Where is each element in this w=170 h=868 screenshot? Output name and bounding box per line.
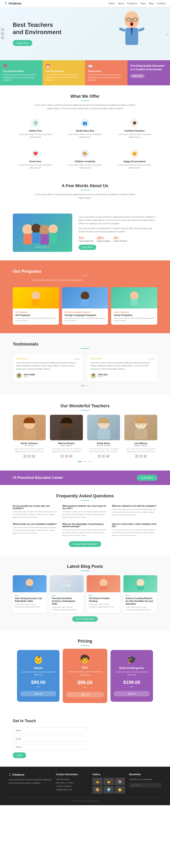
svg-rect-26	[23, 429, 36, 439]
teacher-social-marcus: f t in	[50, 455, 83, 458]
stars-1: ★★★★★	[16, 357, 28, 360]
teacher-fb-icon-4[interactable]: f	[135, 455, 138, 458]
hero-cta-button[interactable]: Learn More	[13, 40, 32, 46]
smile-icon: 😊	[130, 150, 139, 158]
teacher-in-icon[interactable]: in	[32, 455, 35, 458]
faq-item-2: What payment methods can I use to pay fo…	[62, 505, 107, 519]
nav-logo[interactable]: Kinderex	[4, 2, 22, 5]
testimonials-section: Testimonials ★★★★★ 15 Feb Lorem ipsum do…	[0, 333, 170, 395]
teacher-dot-1[interactable]	[83, 461, 87, 462]
about-divider	[81, 190, 89, 190]
teacher-fb-icon[interactable]: f	[23, 455, 27, 458]
gallery-item-5[interactable]: 🌍	[103, 786, 114, 794]
stat-teachers: 30+ Expert Teachers	[113, 236, 127, 242]
dot-2[interactable]	[84, 385, 86, 386]
teacher-dot-2[interactable]	[88, 461, 93, 462]
contact-email-input[interactable]	[13, 736, 87, 742]
gallery-item-3[interactable]: 📚	[115, 778, 125, 785]
blog-grid: Blog How Testing Accuracy Can Build Bett…	[13, 575, 157, 613]
svg-point-19	[31, 291, 40, 300]
programs-subtitle: Lorem ipsum dolor sit amet consectetur a…	[32, 278, 138, 282]
footer-phone[interactable]: +1 (555) 123-4567	[56, 784, 88, 788]
teacher-sarah: Sarah Johnson Art Teacher Lorem ipsum do…	[13, 415, 46, 458]
contact-phone-input[interactable]	[13, 744, 87, 750]
social-fb[interactable]	[1, 28, 4, 31]
pricing-signup-kindergarten[interactable]: Sign Up	[114, 691, 150, 696]
gallery-item-2[interactable]: 👦	[103, 778, 114, 785]
blog-section: Latest Blog Posts Blog How Testing Accur…	[0, 555, 170, 630]
teacher-tw-icon-3[interactable]: t	[102, 455, 105, 458]
teacher-fb-icon-2[interactable]: f	[61, 455, 64, 458]
feature-box-education: 📚 General Education Lorem ipsum dolor si…	[0, 60, 42, 85]
social-in[interactable]	[1, 36, 4, 39]
teachers-section: Our Wonderful Teachers Sarah Johnson Art…	[0, 395, 170, 470]
testimonial-2: ★★★★★ 12 Feb Lorem ipsum dolor sit amet …	[87, 354, 157, 382]
stars-2: ★★★★★	[90, 357, 102, 360]
pricing-signup-infants[interactable]: Sign Up	[20, 691, 56, 696]
promo-text: #1 Preschool Education Center	[13, 476, 63, 480]
footer-logo-icon	[8, 773, 11, 776]
teacher-fb-icon-3[interactable]: f	[98, 455, 101, 458]
svg-rect-13	[32, 232, 40, 243]
gallery-item-1[interactable]: 👧	[93, 778, 103, 785]
dot-3[interactable]	[87, 385, 89, 386]
footer-city[interactable]: New York, NY 10001	[56, 781, 88, 784]
gallery-item-4[interactable]: 🎨	[93, 786, 103, 794]
shield-icon: 🛡️	[31, 119, 40, 127]
contact-send-button[interactable]: Send	[13, 752, 26, 758]
dot-1[interactable]	[82, 385, 83, 386]
teacher-tw-icon-2[interactable]: t	[65, 455, 68, 458]
teacher-tw-icon[interactable]: t	[28, 455, 31, 458]
program-img-junior	[111, 287, 157, 309]
pricing-icon-kindergarten: 🎓	[114, 655, 150, 664]
footer-address[interactable]: 123 Main Street	[56, 778, 88, 781]
main-nav: Kinderex Home About Programs Team Blog C…	[0, 0, 170, 7]
pricing-section: Pricing 👶 Infants Lorem ipsum dolor sit …	[0, 630, 170, 710]
teacher-dot-active[interactable]	[77, 461, 82, 462]
about-para-1: Lorem ipsum dolor sit amet consectetur a…	[79, 215, 157, 225]
pricing-signup-kids[interactable]: Sign Up	[66, 692, 104, 697]
footer: Kinderex Lorem ipsum dolor sit amet cons…	[0, 767, 170, 805]
svg-rect-32	[135, 429, 147, 439]
feature-box-quality: Providing Quality Education in a Creativ…	[128, 60, 170, 85]
svg-rect-20	[32, 299, 39, 306]
art-icon: 🎨	[81, 150, 89, 158]
offer-item-safety: 🛡️ Safety First Lorem ipsum dolor sit am…	[13, 116, 58, 142]
blog-body-3: Blog The Road to Positive Thinking Lorem…	[87, 592, 121, 610]
hero-dot	[166, 34, 168, 35]
about-image: Happy Kids 😊	[13, 214, 72, 252]
feature-box-classrooms: 📖 Classrooms Lorem ipsum dolor sit amet …	[85, 60, 128, 85]
blog-card-4: Blog Science Counting Rhymes for Kids th…	[124, 575, 157, 613]
teacher-in-icon-3[interactable]: in	[106, 455, 110, 458]
nav-programs[interactable]: Programs	[127, 2, 137, 5]
testimonials-grid: ★★★★★ 15 Feb Lorem ipsum dolor sit amet …	[13, 354, 157, 382]
nav-about[interactable]: About	[118, 2, 124, 5]
newsletter-email-input[interactable]	[129, 783, 162, 787]
social-tw[interactable]	[1, 32, 4, 35]
svg-point-10	[22, 224, 33, 235]
svg-point-44	[137, 579, 144, 587]
nav-home[interactable]: Home	[109, 2, 115, 5]
nav-blog[interactable]: Blog	[149, 2, 154, 5]
teacher-in-icon-4[interactable]: in	[143, 455, 147, 458]
svg-point-23	[130, 291, 139, 300]
feature-learn-button[interactable]: Learn More	[131, 74, 144, 78]
gallery-item-6[interactable]: ⭐	[115, 786, 125, 794]
nav-team[interactable]: Team	[140, 2, 146, 5]
faq-all-button[interactable]: View all asked Questions	[69, 541, 101, 547]
faq-section: Frequently Asked Questions Do you provid…	[0, 485, 170, 555]
contact-name-input[interactable]	[13, 727, 87, 734]
footer-gallery-col: Gallery 👧 👦 📚 🎨 🌍 ⭐	[93, 773, 125, 794]
program-card-art: Art Programs Art Programs Lorem ipsum do…	[13, 287, 59, 325]
blog-img-3	[87, 575, 121, 592]
social-sidebar	[1, 28, 4, 39]
blog-all-button[interactable]: Show All Blog Posts	[72, 616, 98, 622]
promo-button[interactable]: Learn More	[137, 475, 157, 481]
about-learn-button[interactable]: Learn More	[79, 245, 96, 250]
programs-divider	[81, 276, 89, 276]
teacher-tw-icon-4[interactable]: t	[139, 455, 143, 458]
teacher-in-icon-2[interactable]: in	[69, 455, 72, 458]
nav-contacts[interactable]: Contacts	[157, 2, 166, 5]
hero-illustration	[110, 9, 153, 59]
footer-email[interactable]: info@kinderex.com	[56, 788, 88, 792]
